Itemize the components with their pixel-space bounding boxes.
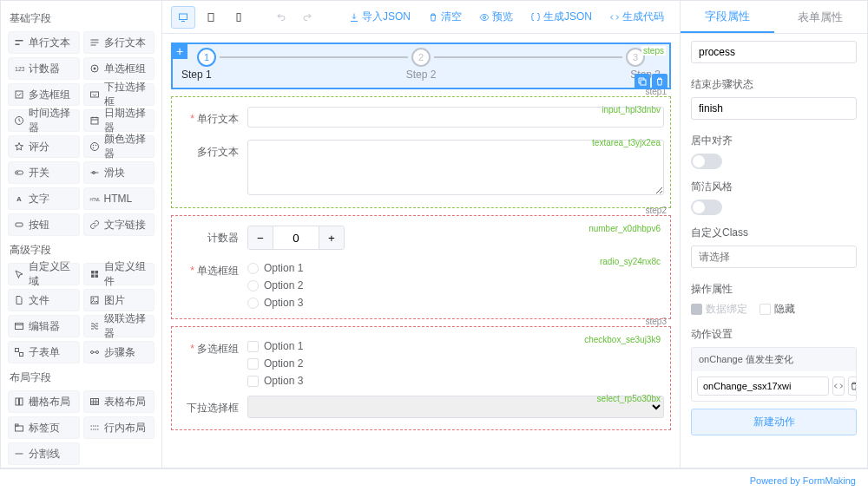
palette-field[interactable]: 滑块 <box>83 161 155 184</box>
form-row[interactable]: 单选框组Option 1Option 2Option 3radio_sy24nx… <box>177 254 665 313</box>
counter-minus[interactable]: − <box>248 226 273 249</box>
palette-field[interactable]: 自定义区域 <box>8 263 80 285</box>
finish-status-input[interactable] <box>691 97 857 120</box>
palette-field-label: 下拉选择框 <box>104 80 149 109</box>
delete-action-button[interactable] <box>848 376 857 396</box>
import-json-button[interactable]: 导入JSON <box>342 6 418 29</box>
device-desktop[interactable] <box>171 6 195 29</box>
form-row[interactable]: 计数器−+number_x0dhbpv6 <box>177 221 665 254</box>
palette-field[interactable]: 单行文本 <box>8 31 80 54</box>
palette-field[interactable]: 表格布局 <box>83 390 155 413</box>
step-pane[interactable]: step2计数器−+number_x0dhbpv6单选框组Option 1Opt… <box>171 215 671 319</box>
counter-value[interactable] <box>273 226 319 249</box>
palette-field[interactable]: 子表单 <box>8 341 80 363</box>
palette-field[interactable]: 开关 <box>8 161 80 184</box>
palette-field[interactable]: 123计数器 <box>8 57 80 80</box>
radio-option[interactable]: Option 2 <box>247 279 664 291</box>
svg-rect-43 <box>208 13 214 21</box>
clear-button[interactable]: 清空 <box>421 6 469 29</box>
generate-code-button[interactable]: 生成代码 <box>602 6 671 29</box>
form-row[interactable]: 下拉选择框select_rp5o30bx <box>177 391 665 424</box>
action-item-head: onChange 值发生变化 <box>692 348 856 371</box>
palette-field[interactable]: 图片 <box>83 289 155 311</box>
device-tablet[interactable] <box>199 6 223 29</box>
palette-field[interactable]: 多选框组 <box>8 83 80 106</box>
checkbox-option[interactable]: Option 2 <box>247 357 664 370</box>
option-label: Option 1 <box>264 340 303 352</box>
option-label: Option 1 <box>264 262 303 274</box>
palette-field-label: 多行文本 <box>104 36 146 50</box>
checkbox-option[interactable]: Option 3 <box>247 375 664 387</box>
palette-field[interactable]: 分割线 <box>8 442 80 465</box>
simple-style-switch[interactable] <box>691 200 722 215</box>
step-1-node[interactable]: 1 <box>197 48 216 67</box>
star-icon <box>14 141 24 152</box>
form-row[interactable]: 单行文本input_hpl3dnbv <box>177 102 665 135</box>
custom-class-select[interactable] <box>691 245 857 268</box>
undo-button[interactable] <box>270 6 293 29</box>
new-action-button[interactable]: 新建动作 <box>691 409 857 435</box>
svg-rect-46 <box>641 80 646 85</box>
add-step-button[interactable]: + <box>172 43 187 59</box>
palette-field[interactable]: 文字链接 <box>83 213 155 236</box>
palette-field[interactable]: 下拉选择框 <box>83 83 155 106</box>
import-icon <box>349 12 359 23</box>
palette-field[interactable]: 多行文本 <box>83 31 155 54</box>
palette-field[interactable]: 级联选择器 <box>83 315 155 337</box>
palette-field[interactable]: 日期选择器 <box>83 109 155 132</box>
palette-field[interactable]: 评分 <box>8 135 80 158</box>
textarea-input[interactable] <box>247 140 664 195</box>
counter-plus[interactable]: + <box>319 226 344 249</box>
palette-field[interactable]: 时间选择器 <box>8 109 80 132</box>
step-pane[interactable]: step1单行文本input_hpl3dnbv多行文本textarea_t3yj… <box>171 96 671 208</box>
hide-checkbox[interactable]: 隐藏 <box>760 302 795 317</box>
redo-button[interactable] <box>296 6 319 29</box>
palette-field[interactable]: HTMLHTML <box>83 187 155 210</box>
svg-rect-36 <box>16 426 23 431</box>
preview-button[interactable]: 预览 <box>472 6 520 29</box>
field-id-tag: select_rp5o30bx <box>597 394 661 403</box>
form-canvas[interactable]: + steps 1 2 3 Step 1 Step 2 Step 3 step1… <box>162 34 680 468</box>
palette-field[interactable]: 行内布局 <box>83 416 155 439</box>
counter-input[interactable]: −+ <box>247 226 345 250</box>
delete-widget-button[interactable] <box>652 74 667 89</box>
device-mobile[interactable] <box>227 6 251 29</box>
copy-widget-button[interactable] <box>635 74 650 89</box>
svg-point-15 <box>92 147 94 149</box>
svg-point-32 <box>95 351 98 354</box>
svg-rect-8 <box>16 91 23 98</box>
edit-action-button[interactable] <box>832 376 845 396</box>
align-center-switch[interactable] <box>691 154 722 169</box>
step-2-node[interactable]: 2 <box>411 48 431 67</box>
palette-field[interactable]: 文件 <box>8 289 80 311</box>
palette-field[interactable]: 栅格布局 <box>8 390 80 413</box>
palette-field[interactable]: 按钮 <box>8 213 80 236</box>
radio-option[interactable]: Option 3 <box>247 297 664 309</box>
form-row[interactable]: 多行文本textarea_t3yjx2ea <box>177 135 665 202</box>
action-function-input[interactable] <box>697 376 829 396</box>
palette-field[interactable]: 颜色选择器 <box>83 135 155 158</box>
generate-json-button[interactable]: 生成JSON <box>523 6 599 29</box>
palette-field[interactable]: 步骤条 <box>83 341 155 363</box>
svg-rect-29 <box>16 349 19 352</box>
desktop-icon <box>178 12 188 23</box>
field-props-tab[interactable]: 字段属性 <box>681 1 774 33</box>
svg-rect-22 <box>91 271 95 274</box>
canvas-area: 导入JSON 清空 预览 生成JSON 生成代码 + steps 1 2 3 <box>162 1 680 468</box>
step-pane[interactable]: step3多选框组Option 1Option 2Option 3checkbo… <box>171 326 671 430</box>
form-props-tab[interactable]: 表单属性 <box>774 1 868 33</box>
data-binding-checkbox[interactable]: 数据绑定 <box>691 302 747 317</box>
tablet-icon <box>206 12 216 23</box>
palette-field[interactable]: 编辑器 <box>8 315 80 337</box>
form-row[interactable]: 多选框组Option 1Option 2Option 3checkbox_se3… <box>177 332 665 391</box>
palette-field[interactable]: 自定义组件 <box>83 263 155 285</box>
palette-field[interactable]: 标签页 <box>8 416 80 439</box>
palette-field[interactable]: A文字 <box>8 187 80 210</box>
svg-point-14 <box>95 145 96 147</box>
process-status-input[interactable] <box>691 41 857 63</box>
field-label: 计数器 <box>178 226 247 250</box>
steps-widget[interactable]: + steps 1 2 3 Step 1 Step 2 Step 3 <box>171 43 671 89</box>
mobile-icon <box>233 12 244 23</box>
palette-field[interactable]: 单选框组 <box>83 57 155 80</box>
svg-rect-25 <box>95 275 98 278</box>
